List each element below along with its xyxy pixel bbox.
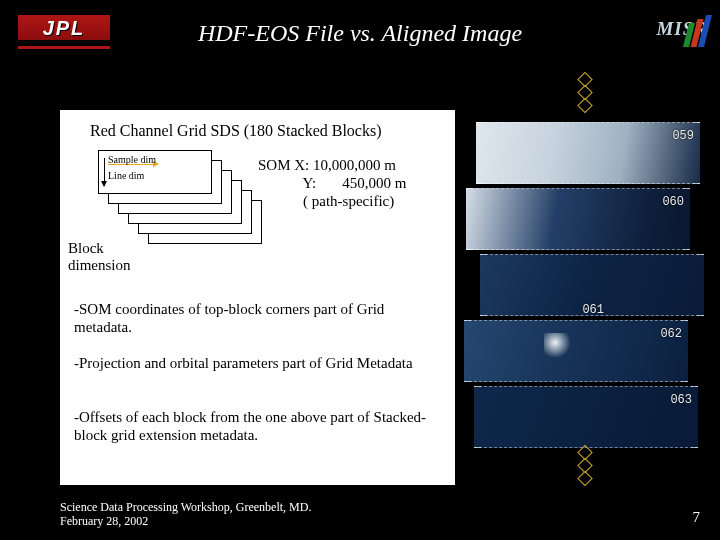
block-label: 061 <box>582 303 604 317</box>
footer-date: February 28, 2002 <box>60 514 311 528</box>
aligned-image-figure: 059 060 061 062 063 <box>460 76 710 476</box>
jpl-logo: JPL <box>18 15 110 43</box>
som-coordinates: SOM X: 10,000,000 m Y: 450,000 m ( path-… <box>258 156 406 210</box>
slide-footer: Science Data Processing Workshop, Greenb… <box>60 500 311 528</box>
slide-header: JPL HDF-EOS File vs. Aligned Image MISR <box>0 10 720 65</box>
sample-dim-label: Sample dim <box>108 154 156 165</box>
arrow-down-icon <box>104 158 105 186</box>
image-block-062: 062 <box>464 320 688 382</box>
block-label: 060 <box>662 195 684 209</box>
footer-venue: Science Data Processing Workshop, Greenb… <box>60 500 311 514</box>
jpl-logo-underline <box>18 46 110 49</box>
misr-logo-bars <box>686 15 708 49</box>
note-block-offsets: -Offsets of each block from the one abov… <box>74 408 444 444</box>
slide-number: 7 <box>693 509 701 526</box>
block-label: 062 <box>660 327 682 341</box>
block-dimension-label: Block dimension <box>68 240 131 274</box>
content-panel: Red Channel Grid SDS (180 Stacked Blocks… <box>60 110 455 485</box>
diamond-marker-bottom <box>580 447 591 484</box>
line-dim-label: Line dim <box>108 170 144 181</box>
block-label: 059 <box>672 129 694 143</box>
image-block-059: 059 <box>476 122 700 184</box>
note-som-coordinates: -SOM coordinates of top-block corners pa… <box>74 300 444 336</box>
block-label: 063 <box>670 393 692 407</box>
image-block-060: 060 <box>466 188 690 250</box>
red-channel-heading: Red Channel Grid SDS (180 Stacked Blocks… <box>90 122 382 140</box>
slide-title: HDF-EOS File vs. Aligned Image <box>120 20 600 47</box>
diamond-marker-top <box>580 74 591 111</box>
note-projection-params: -Projection and orbital parameters part … <box>74 354 444 372</box>
image-block-063: 063 <box>474 386 698 448</box>
image-block-061: 061 <box>480 254 704 316</box>
